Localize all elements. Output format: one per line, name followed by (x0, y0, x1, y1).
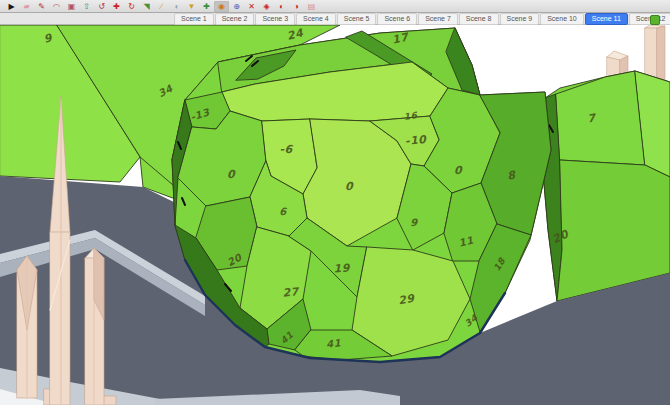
face-label: 0 (345, 180, 354, 193)
protractor-icon[interactable]: ◖ (169, 1, 184, 12)
scene-tab-scene-9[interactable]: Scene 9 (500, 13, 540, 25)
face-label: 9 (410, 217, 418, 228)
right-terrain[interactable] (542, 71, 670, 301)
face-label: 0 (454, 164, 463, 177)
line-tool-icon[interactable]: ✎ (34, 1, 49, 12)
face-label: 0 (227, 168, 236, 181)
select-tool-icon[interactable]: ▶ (4, 1, 19, 12)
face-label: 16 (403, 110, 418, 122)
viewport-3d[interactable]: 934241716-13-6-1000086911202719291834414… (0, 25, 670, 405)
scene-tab-scene-1[interactable]: Scene 1 (174, 13, 214, 25)
scene-tab-scene-5[interactable]: Scene 5 (337, 13, 377, 25)
previous-view-icon[interactable]: ◐ (274, 1, 289, 12)
main-toolbar: ▶▰✎◠▣⇧↺✚↻◥∕◖▼✚◉⊕✕◈◐◑▤ (0, 0, 670, 13)
scene-tab-scene-4[interactable]: Scene 4 (296, 13, 336, 25)
face-label: 41 (326, 337, 342, 349)
face-label: 6 (279, 206, 287, 217)
position-camera-icon[interactable]: ▤ (304, 1, 319, 12)
face-label: -10 (404, 133, 427, 148)
scene-tab-bar: Scene 1Scene 2Scene 3Scene 4Scene 5Scene… (0, 13, 670, 25)
followme-tool-icon[interactable]: ↺ (94, 1, 109, 12)
face-label: 19 (333, 261, 351, 275)
pan-tool-icon[interactable]: ◈ (259, 1, 274, 12)
shapes-tool-icon[interactable]: ▣ (64, 1, 79, 12)
move-tool-icon[interactable]: ✚ (109, 1, 124, 12)
scene-tab-scene-10[interactable]: Scene 10 (540, 13, 584, 25)
scene-tab-scene-8[interactable]: Scene 8 (459, 13, 499, 25)
next-view-icon[interactable]: ◑ (289, 1, 304, 12)
tape-measure-icon[interactable]: ∕ (154, 1, 169, 12)
rotate-tool-icon[interactable]: ↻ (124, 1, 139, 12)
face-label: 27 (282, 285, 300, 300)
axes-tool-icon[interactable]: ✚ (199, 1, 214, 12)
face-label: -6 (279, 143, 293, 156)
zoom-tool-icon[interactable]: ⊕ (229, 1, 244, 12)
scene-tab-scene-2[interactable]: Scene 2 (215, 13, 255, 25)
tab-bar-right-icon[interactable] (650, 15, 660, 25)
scene-tab-scene-6[interactable]: Scene 6 (377, 13, 417, 25)
scene-tab-scene-7[interactable]: Scene 7 (418, 13, 458, 25)
scale-tool-icon[interactable]: ◥ (139, 1, 154, 12)
scene-tab-scene-11[interactable]: Scene 11 (585, 13, 628, 25)
arc-tool-icon[interactable]: ◠ (49, 1, 64, 12)
zoom-extents-icon[interactable]: ✕ (244, 1, 259, 12)
orbit-tool-icon[interactable]: ◉ (214, 1, 229, 12)
paint-bucket-icon[interactable]: ▼ (184, 1, 199, 12)
scene-tab-scene-3[interactable]: Scene 3 (255, 13, 295, 25)
pushpull-tool-icon[interactable]: ⇧ (79, 1, 94, 12)
eraser-tool-icon[interactable]: ▰ (19, 1, 34, 12)
